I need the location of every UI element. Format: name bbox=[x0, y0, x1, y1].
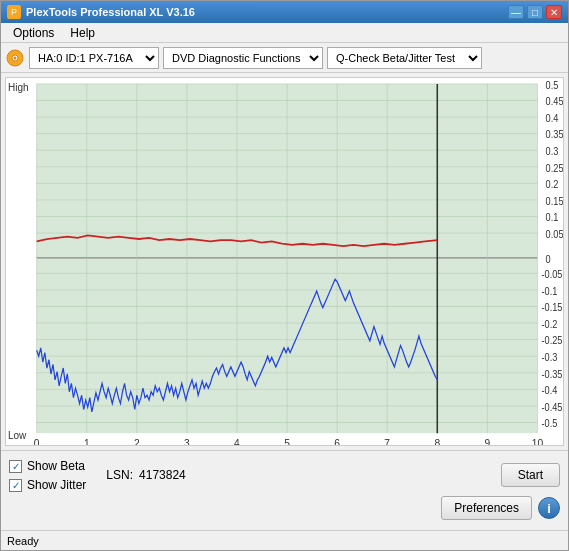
checkboxes-col: ✓ Show Beta ✓ Show Jitter bbox=[9, 457, 86, 492]
toolbar: HA:0 ID:1 PX-716A DVD Diagnostic Functio… bbox=[1, 43, 568, 73]
title-bar-controls: — □ ✕ bbox=[508, 5, 562, 19]
app-icon: P bbox=[7, 5, 21, 19]
close-button[interactable]: ✕ bbox=[546, 5, 562, 19]
show-beta-label: Show Beta bbox=[27, 459, 85, 473]
svg-text:6: 6 bbox=[334, 437, 340, 445]
svg-text:0.1: 0.1 bbox=[546, 212, 559, 224]
svg-point-2 bbox=[14, 56, 17, 59]
svg-text:2: 2 bbox=[134, 437, 140, 445]
svg-text:0.15: 0.15 bbox=[546, 195, 563, 207]
bottom-bar: ✓ Show Beta ✓ Show Jitter LSN: 4173824 S… bbox=[1, 450, 568, 530]
menu-bar: Options Help bbox=[1, 23, 568, 43]
svg-text:-0.15: -0.15 bbox=[542, 302, 563, 314]
maximize-button[interactable]: □ bbox=[527, 5, 543, 19]
svg-text:8: 8 bbox=[434, 437, 440, 445]
drive-icon bbox=[5, 48, 25, 68]
svg-text:9: 9 bbox=[485, 437, 491, 445]
show-beta-checkbox[interactable]: ✓ bbox=[9, 460, 22, 473]
lsn-area: LSN: 4173824 bbox=[106, 468, 185, 482]
svg-text:0.2: 0.2 bbox=[546, 178, 559, 190]
svg-text:-0.3: -0.3 bbox=[542, 351, 558, 363]
chart-container: High Low bbox=[5, 77, 564, 446]
info-button[interactable]: i bbox=[538, 497, 560, 519]
show-beta-row: ✓ Show Beta bbox=[9, 459, 86, 473]
minimize-button[interactable]: — bbox=[508, 5, 524, 19]
svg-text:0.3: 0.3 bbox=[546, 145, 559, 157]
svg-text:4: 4 bbox=[234, 437, 240, 445]
menu-help[interactable]: Help bbox=[62, 24, 103, 42]
svg-text:0.35: 0.35 bbox=[546, 129, 563, 141]
svg-text:0.5: 0.5 bbox=[546, 79, 559, 91]
drive-select[interactable]: HA:0 ID:1 PX-716A bbox=[29, 47, 159, 69]
lsn-label: LSN: bbox=[106, 468, 133, 482]
main-window: P PlexTools Professional XL V3.16 — □ ✕ … bbox=[0, 0, 569, 551]
svg-text:-0.2: -0.2 bbox=[542, 318, 558, 330]
svg-text:3: 3 bbox=[184, 437, 190, 445]
lsn-value: 4173824 bbox=[139, 468, 186, 482]
svg-text:0.45: 0.45 bbox=[546, 96, 563, 108]
status-bar: Ready bbox=[1, 530, 568, 550]
svg-text:-0.4: -0.4 bbox=[542, 384, 558, 396]
bottom-row2: Preferences i bbox=[9, 496, 560, 520]
menu-options[interactable]: Options bbox=[5, 24, 62, 42]
svg-text:-0.05: -0.05 bbox=[542, 268, 563, 280]
svg-text:0.25: 0.25 bbox=[546, 162, 563, 174]
show-jitter-label: Show Jitter bbox=[27, 478, 86, 492]
show-jitter-checkbox[interactable]: ✓ bbox=[9, 479, 22, 492]
svg-text:1: 1 bbox=[84, 437, 90, 445]
svg-text:0: 0 bbox=[546, 253, 552, 265]
test-select[interactable]: Q-Check Beta/Jitter Test bbox=[327, 47, 482, 69]
svg-text:0.4: 0.4 bbox=[546, 112, 559, 124]
title-bar: P PlexTools Professional XL V3.16 — □ ✕ bbox=[1, 1, 568, 23]
svg-text:5: 5 bbox=[284, 437, 290, 445]
status-text: Ready bbox=[7, 535, 39, 547]
svg-text:-0.1: -0.1 bbox=[542, 285, 558, 297]
show-jitter-row: ✓ Show Jitter bbox=[9, 478, 86, 492]
window-title: PlexTools Professional XL V3.16 bbox=[26, 6, 195, 18]
svg-text:-0.35: -0.35 bbox=[542, 368, 563, 380]
svg-text:10: 10 bbox=[532, 437, 543, 445]
svg-text:0: 0 bbox=[34, 437, 40, 445]
bottom-row1: ✓ Show Beta ✓ Show Jitter LSN: 4173824 S… bbox=[9, 457, 560, 492]
svg-text:-0.5: -0.5 bbox=[542, 418, 558, 430]
svg-text:7: 7 bbox=[384, 437, 390, 445]
start-button[interactable]: Start bbox=[501, 463, 560, 487]
svg-text:-0.45: -0.45 bbox=[542, 401, 563, 413]
function-select[interactable]: DVD Diagnostic Functions bbox=[163, 47, 323, 69]
title-bar-left: P PlexTools Professional XL V3.16 bbox=[7, 5, 195, 19]
preferences-button[interactable]: Preferences bbox=[441, 496, 532, 520]
svg-text:-0.25: -0.25 bbox=[542, 335, 563, 347]
svg-text:0.05: 0.05 bbox=[546, 228, 563, 240]
chart-svg: 0 1 2 3 4 5 6 7 8 9 10 0.5 0.45 0.4 0.35… bbox=[6, 78, 563, 445]
